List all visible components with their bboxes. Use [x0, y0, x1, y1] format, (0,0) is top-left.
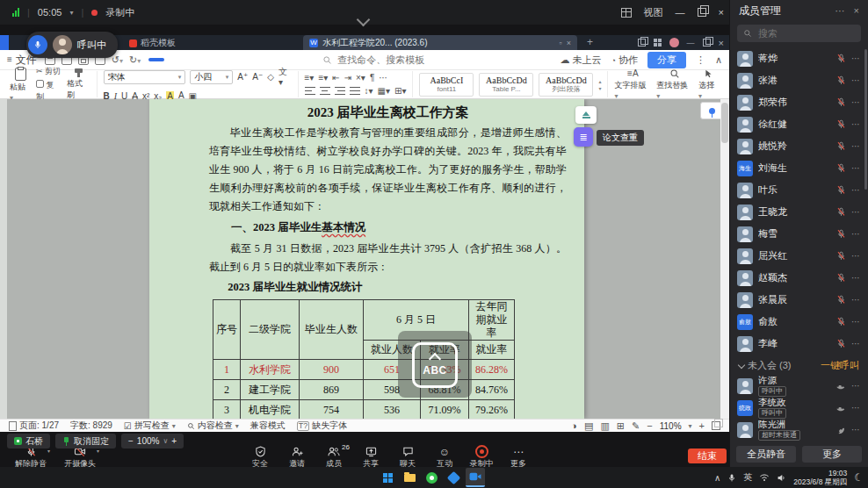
numbered-list-icon[interactable]: ≡▾: [318, 73, 328, 83]
ribbon-tab[interactable]: [299, 58, 315, 61]
not-joined-row[interactable]: 陈光洲 超时未接通 ⋯: [730, 419, 868, 441]
tray-mic-icon[interactable]: [727, 473, 736, 483]
speaker-icon[interactable]: [777, 473, 786, 483]
chevron-down-icon[interactable]: ▾: [69, 9, 73, 17]
member-more-icon[interactable]: ⋯: [851, 97, 861, 107]
taskbar-app-green[interactable]: [422, 468, 441, 487]
camera-on-button[interactable]: 开摄像头 ▾: [60, 446, 100, 470]
select-button[interactable]: 选择 ▾: [698, 68, 720, 100]
ime-language-indicator[interactable]: 英: [743, 471, 752, 484]
ribbon-tab[interactable]: [165, 58, 181, 61]
tray-expand-icon[interactable]: ∧: [714, 473, 720, 483]
align-justify-icon[interactable]: [350, 87, 360, 95]
wifi-icon[interactable]: [759, 473, 770, 482]
member-more-icon[interactable]: ⋯: [851, 273, 861, 283]
member-row[interactable]: 屈兴红 ⋯: [730, 245, 868, 267]
redo-icon[interactable]: ↻▾: [129, 54, 141, 66]
member-more-icon[interactable]: ⋯: [851, 163, 861, 173]
tab-preview-icon[interactable]: ▫: [560, 39, 562, 47]
content-check-toggle[interactable]: 内容检查 ▾: [187, 420, 239, 432]
member-more-icon[interactable]: ⋯: [851, 185, 861, 195]
page-layout-icon[interactable]: ▥: [600, 420, 609, 432]
member-row[interactable]: 王晓龙 ⋯: [730, 201, 868, 223]
unpin-button[interactable]: 取消固定: [55, 434, 116, 449]
page-indicator[interactable]: 页面: 1/27: [9, 420, 59, 432]
wps-restore-button[interactable]: [703, 39, 711, 47]
panel-more-icon[interactable]: ⋯: [835, 5, 845, 17]
more-menu-icon[interactable]: ⋮: [696, 54, 705, 66]
member-row[interactable]: 徐红健 ⋯: [730, 113, 868, 135]
panel-scrollbar-thumb[interactable]: [864, 49, 867, 190]
member-row[interactable]: 郑荣伟 ⋯: [730, 91, 868, 113]
share-button[interactable]: 分享: [647, 52, 686, 68]
borders-icon[interactable]: ⊞▾: [394, 86, 406, 97]
member-row[interactable]: 叶乐 ⋯: [730, 179, 868, 201]
eject-tool-button[interactable]: [575, 106, 597, 124]
sort-icon[interactable]: ×▾: [356, 73, 365, 83]
member-more-icon[interactable]: ⋯: [851, 229, 861, 239]
minimize-button[interactable]: —: [676, 7, 685, 18]
format-painter-button[interactable]: 格式刷: [67, 68, 90, 101]
end-meeting-button[interactable]: 结束: [688, 449, 727, 463]
ribbon-tab[interactable]: [148, 58, 164, 61]
align-left-icon[interactable]: [305, 87, 315, 95]
wps-minimize-button[interactable]: —: [687, 39, 695, 47]
member-more-icon[interactable]: ⋯: [851, 75, 861, 85]
phone-icon[interactable]: [834, 422, 849, 437]
member-row[interactable]: 俞敖 俞敖 ⋯: [730, 311, 868, 333]
share-zoom-out[interactable]: −: [128, 436, 134, 446]
restore-button[interactable]: [698, 8, 706, 17]
missing-fonts[interactable]: T?缺失字体: [297, 420, 348, 432]
new-tab-button[interactable]: +: [587, 36, 593, 48]
paper-check-button[interactable]: ≣: [574, 127, 593, 147]
clear-format-icon[interactable]: ◇: [267, 72, 274, 83]
undo-icon[interactable]: ↺▾: [112, 54, 123, 66]
increase-font-icon[interactable]: A⁺: [237, 72, 248, 83]
font-size-select[interactable]: 小四▾: [190, 70, 233, 84]
toolbar-action-button[interactable]: ☺ ⋯ 共享: [353, 446, 388, 470]
ribbon-tab[interactable]: [215, 58, 231, 61]
document-canvas[interactable]: 2023 届毕业生离校工作方案 毕业生离校工作是学校教育与管理的重要组成部分，是…: [0, 99, 729, 419]
call-all-button[interactable]: 一键呼叫: [821, 359, 859, 372]
member-more-icon[interactable]: ⋯: [851, 119, 861, 129]
member-more-icon[interactable]: ⋯: [851, 339, 861, 348]
member-row[interactable]: 姚悦羚 ⋯: [730, 135, 868, 157]
panel-close-icon[interactable]: ×: [854, 5, 859, 17]
mic-options-caret[interactable]: ▾: [47, 448, 50, 454]
text-layout-button[interactable]: ≡A 文字排版 ▾: [614, 68, 651, 100]
close-button[interactable]: ×: [719, 7, 724, 18]
cloud-status[interactable]: ☁ 未上云: [560, 54, 601, 67]
ribbon-tab[interactable]: [282, 58, 298, 61]
line-spacing-icon[interactable]: ↕▾: [365, 86, 373, 97]
member-more-icon[interactable]: ⋯: [851, 251, 861, 261]
share-zoom-value[interactable]: 100%: [137, 436, 160, 446]
meeting-duration[interactable]: 05:05: [38, 7, 62, 18]
toolbar-action-button[interactable]: ☺ ⋯ 录制中: [464, 446, 499, 470]
member-more-icon[interactable]: ⋯: [851, 381, 861, 391]
zoom-preset-icon[interactable]: ▾: [689, 422, 692, 430]
collapse-ribbon-icon[interactable]: ∧: [715, 54, 722, 66]
word-count[interactable]: 字数: 8929: [70, 420, 112, 432]
document-page[interactable]: 2023 届毕业生离校工作方案 毕业生离校工作是学校教育与管理的重要组成部分，是…: [149, 99, 584, 419]
meeting-app-button[interactable]: [466, 468, 485, 487]
pilcrow-icon[interactable]: ¶: [370, 73, 374, 83]
member-more-icon[interactable]: ⋯: [851, 403, 861, 413]
toolbar-action-button[interactable]: ☺ ⋯ 安全: [242, 446, 278, 470]
ribbon-tab[interactable]: [249, 58, 264, 61]
call-status-toast[interactable]: 呼叫中: [26, 32, 118, 58]
read-layout-icon[interactable]: ▤: [584, 420, 593, 432]
tab-document[interactable]: W 水利工程学院20... (2023.6) ▫ ×: [303, 35, 577, 50]
scrollbar-thumb[interactable]: [721, 103, 728, 143]
chevron-down-icon[interactable]: ∨: [163, 437, 168, 445]
tab-close-icon[interactable]: ×: [567, 39, 571, 47]
ribbon-tab[interactable]: [232, 58, 248, 61]
member-more-icon[interactable]: ⋯: [851, 425, 861, 434]
member-more-icon[interactable]: ⋯: [851, 317, 861, 327]
ribbon-tab[interactable]: [199, 58, 214, 61]
bullet-list-icon[interactable]: ≡▾: [305, 73, 315, 83]
collaborate-button[interactable]: ◔ 协作: [611, 54, 638, 67]
panel-more-button[interactable]: 更多: [802, 446, 862, 463]
styles-scroll-arrows[interactable]: ▴▾: [598, 78, 601, 91]
layout-grid-icon[interactable]: [621, 8, 632, 18]
toolbar-action-button[interactable]: ☺ ⋯ 互动: [427, 446, 462, 470]
